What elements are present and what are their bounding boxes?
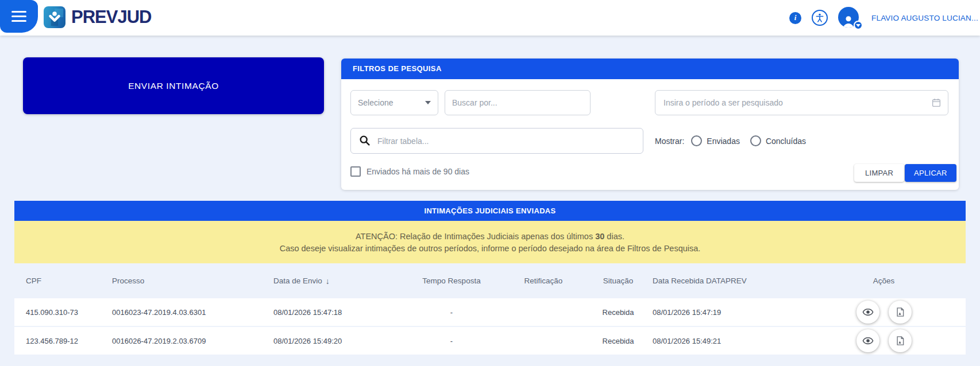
cell-situacao: Recebida xyxy=(584,337,653,345)
older-than-90-days-option: Enviados há mais de 90 dias xyxy=(350,166,469,177)
column-header-data-recebida[interactable]: Data Recebida DATAPREV xyxy=(653,277,813,285)
table-rows: 415.090.310-73 0016023-47.2019.4.03.6301… xyxy=(14,298,966,356)
filter-type-selected-value: Selecione xyxy=(358,98,393,107)
table-header-row: CPF Processo Data de Envio ↓ Tempo Respo… xyxy=(14,263,966,298)
brand-logo-icon xyxy=(44,6,65,28)
search-by-input[interactable] xyxy=(445,90,591,115)
account-menu-button[interactable] xyxy=(838,7,861,29)
warning-banner: ATENÇÃO: Relação de Intimações Judiciais… xyxy=(14,221,966,263)
radio-option-enviadas: Enviadas xyxy=(691,135,740,146)
radio-concluidas[interactable] xyxy=(750,135,761,146)
cell-tempo-resposta: - xyxy=(400,337,503,345)
user-name[interactable]: FLAVIO AUGUSTO LUCIAN... xyxy=(871,14,972,22)
show-options: Mostrar: Enviadas Concluídas xyxy=(655,128,816,154)
pdf-button[interactable] xyxy=(889,329,912,352)
cell-actions xyxy=(813,301,954,324)
filter-type-select[interactable]: Selecione xyxy=(350,90,438,115)
search-icon xyxy=(358,134,371,147)
column-header-data-envio[interactable]: Data de Envio ↓ xyxy=(273,277,400,286)
column-header-cpf[interactable]: CPF xyxy=(26,277,112,285)
sort-desc-icon[interactable]: ↓ xyxy=(326,277,330,286)
pdf-file-icon xyxy=(895,336,905,346)
pdf-button[interactable] xyxy=(889,301,912,324)
cell-processo: 0016023-47.2019.4.03.6301 xyxy=(112,308,273,317)
apply-button[interactable]: APLICAR xyxy=(905,164,956,182)
cell-data-envio: 08/01/2026 15:49:20 xyxy=(273,337,400,345)
warning-line-2: Caso deseje visualizar intimações de out… xyxy=(280,244,701,253)
column-header-situacao[interactable]: Situação xyxy=(584,277,653,285)
send-intimation-label: ENVIAR INTIMAÇÃO xyxy=(128,81,219,91)
older-than-90-days-label[interactable]: Enviados há mais de 90 dias xyxy=(366,167,469,176)
radio-option-concluidas: Concluídas xyxy=(750,135,806,146)
table-filter-input[interactable] xyxy=(350,128,643,154)
column-header-processo[interactable]: Processo xyxy=(112,277,273,285)
info-icon[interactable]: i xyxy=(789,12,801,24)
cell-data-recebida: 08/01/2026 15:49:21 xyxy=(653,337,813,345)
view-button[interactable] xyxy=(856,329,879,352)
menu-button[interactable] xyxy=(0,0,38,33)
eye-icon xyxy=(862,306,874,318)
period-field xyxy=(655,90,948,115)
cell-cpf: 123.456.789-12 xyxy=(26,337,112,345)
table-row: 123.456.789-12 0016026-47.2019.2.03.6709… xyxy=(14,327,966,355)
cell-data-recebida: 08/01/2026 15:47:19 xyxy=(653,308,813,317)
cell-processo: 0016026-47.2019.2.03.6709 xyxy=(112,337,273,345)
view-button[interactable] xyxy=(856,301,879,324)
filters-title: FILTROS DE PESQUISA xyxy=(341,59,959,79)
filters-panel: FILTROS DE PESQUISA Selecione Mostrar: xyxy=(341,59,959,190)
chevron-down-icon xyxy=(854,21,863,30)
column-header-acoes: Ações xyxy=(813,277,954,285)
menu-icon xyxy=(11,11,26,13)
cell-actions xyxy=(813,329,954,352)
table-filter-field xyxy=(350,128,643,154)
send-intimation-button[interactable]: ENVIAR INTIMAÇÃO xyxy=(23,57,324,114)
brand: PREVJUD xyxy=(44,6,151,28)
topbar-actions: i FLAVIO AUGUSTO LUCIAN... xyxy=(789,0,972,36)
period-input[interactable] xyxy=(655,90,948,115)
clear-button[interactable]: LIMPAR xyxy=(854,164,904,182)
brand-name: PREVJUD xyxy=(71,7,151,28)
eye-icon xyxy=(862,335,874,346)
radio-enviadas-label[interactable]: Enviadas xyxy=(707,137,740,146)
prevjud-app: PREVJUD i FLAVI xyxy=(0,0,980,366)
cell-situacao: Recebida xyxy=(584,308,653,317)
show-label: Mostrar: xyxy=(655,137,684,146)
warning-line-1: ATENÇÃO: Relação de Intimações Judiciais… xyxy=(356,232,624,241)
pdf-file-icon xyxy=(895,307,905,317)
accessibility-icon[interactable] xyxy=(812,10,828,26)
cell-cpf: 415.090.310-73 xyxy=(26,308,112,317)
top-bar: PREVJUD i FLAVI xyxy=(0,0,980,36)
cell-data-envio: 08/01/2026 15:47:18 xyxy=(273,308,400,317)
chevron-down-icon xyxy=(425,101,431,104)
radio-concluidas-label[interactable]: Concluídas xyxy=(766,137,806,146)
column-header-tempo-resposta[interactable]: Tempo Resposta xyxy=(400,277,503,285)
cell-tempo-resposta: - xyxy=(400,308,503,317)
column-header-retificacao[interactable]: Retificação xyxy=(503,277,584,285)
older-than-90-days-checkbox[interactable] xyxy=(350,166,361,177)
table-title: INTIMAÇÕES JUDICIAIS ENVIADAS xyxy=(14,201,966,221)
table-row: 415.090.310-73 0016023-47.2019.4.03.6301… xyxy=(14,298,966,326)
radio-enviadas[interactable] xyxy=(691,135,702,146)
